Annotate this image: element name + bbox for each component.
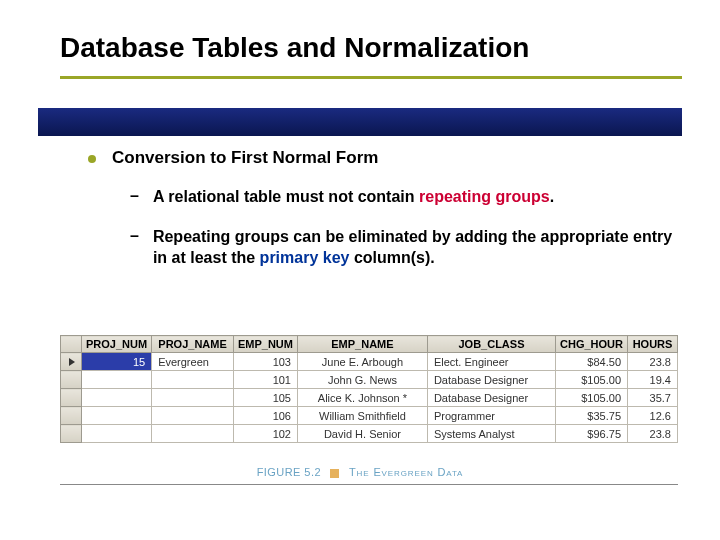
col-emp-name: EMP_NAME [297,336,427,353]
col-job-class: JOB_CLASS [427,336,555,353]
sub1-part-c: . [550,188,554,205]
sub2-part-b: primary key [260,249,350,266]
cell: Database Designer [427,389,555,407]
row-selector[interactable] [61,407,82,425]
cell: $96.75 [556,425,628,443]
cell: 106 [233,407,297,425]
dash-icon: – [130,227,139,245]
table-row: 101John G. NewsDatabase Designer$105.001… [61,371,678,389]
col-emp-num: EMP_NUM [233,336,297,353]
cell: $35.75 [556,407,628,425]
cell: Evergreen [152,353,234,371]
disc-icon [88,155,96,163]
table-header-row: PROJ_NUM PROJ_NAME EMP_NUM EMP_NAME JOB_… [61,336,678,353]
sub1-part-a: A relational table must not contain [153,188,419,205]
row-selector[interactable] [61,389,82,407]
content-block: Conversion to First Normal Form – A rela… [88,148,678,269]
cell: 103 [233,353,297,371]
dash-icon: – [130,187,139,205]
cell [82,389,152,407]
cell: 12.6 [628,407,678,425]
cell [82,371,152,389]
sub-bullet-2-text: Repeating groups can be eliminated by ad… [153,226,678,269]
bottom-rule [60,484,678,485]
sub1-part-b: repeating groups [419,188,550,205]
figure-text: The Evergreen Data [349,466,463,478]
cell: William Smithfield [297,407,427,425]
cell: 15 [82,353,152,371]
cell: June E. Arbough [297,353,427,371]
figure-number: FIGURE 5.2 [257,466,321,478]
col-hours: HOURS [628,336,678,353]
sub-bullet-2: – Repeating groups can be eliminated by … [130,226,678,269]
cell: 23.8 [628,425,678,443]
data-table: PROJ_NUM PROJ_NAME EMP_NUM EMP_NAME JOB_… [60,335,678,443]
sub-bullet-1: – A relational table must not contain re… [130,186,678,208]
cell: $105.00 [556,389,628,407]
cell [152,389,234,407]
bullet-1: Conversion to First Normal Form [88,148,678,168]
row-selector[interactable] [61,371,82,389]
cell [82,425,152,443]
row-selector[interactable] [61,353,82,371]
cell [152,425,234,443]
cell: 102 [233,425,297,443]
cell: 19.4 [628,371,678,389]
cell [82,407,152,425]
table-row: 15Evergreen103June E. ArboughElect. Engi… [61,353,678,371]
table-row: 102David H. SeniorSystems Analyst$96.752… [61,425,678,443]
sub2-part-c: column(s). [349,249,434,266]
cell: 23.8 [628,353,678,371]
cell: 101 [233,371,297,389]
sub-bullet-1-text: A relational table must not contain repe… [153,186,554,208]
cell: Alice K. Johnson * [297,389,427,407]
row-selector[interactable] [61,425,82,443]
square-icon [330,469,339,478]
cell: $105.00 [556,371,628,389]
corner-cell [61,336,82,353]
table-row: 106William SmithfieldProgrammer$35.7512.… [61,407,678,425]
cell: Programmer [427,407,555,425]
bullet-1-text: Conversion to First Normal Form [112,148,378,168]
cell: Database Designer [427,371,555,389]
cell [152,371,234,389]
cell: $84.50 [556,353,628,371]
cell: 105 [233,389,297,407]
cell: John G. News [297,371,427,389]
cell: 35.7 [628,389,678,407]
header-bar [38,108,682,136]
cell: David H. Senior [297,425,427,443]
cell: Elect. Engineer [427,353,555,371]
col-proj-name: PROJ_NAME [152,336,234,353]
col-proj-num: PROJ_NUM [82,336,152,353]
title-underline [60,76,682,79]
figure-caption: FIGURE 5.2 The Evergreen Data [0,466,720,478]
page-title: Database Tables and Normalization [0,0,720,64]
cell [152,407,234,425]
table-row: 105Alice K. Johnson *Database Designer$1… [61,389,678,407]
col-chg-hour: CHG_HOUR [556,336,628,353]
cell: Systems Analyst [427,425,555,443]
